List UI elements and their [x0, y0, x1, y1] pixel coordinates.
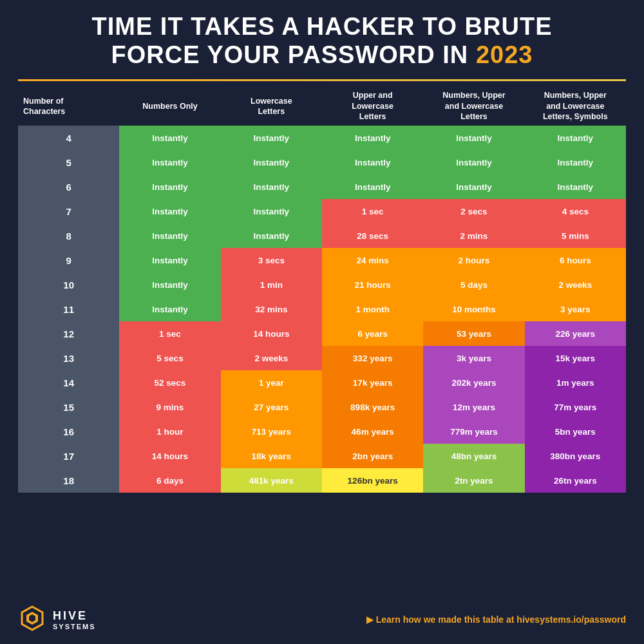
cell-value: 202k years — [423, 370, 524, 395]
cell-value: 1 hour — [119, 419, 220, 444]
col-header-chars: Number ofCharacters — [18, 86, 119, 126]
table-row: 135 secs2 weeks332 years3k years15k year… — [18, 346, 626, 370]
title-line2: FORCE YOUR PASSWORD IN — [111, 41, 469, 68]
col-header-symbols: Numbers, Upperand LowercaseLetters, Symb… — [525, 86, 626, 126]
cell-value: Instantly — [119, 248, 220, 272]
table-row: 9Instantly3 secs24 mins2 hours6 hours — [18, 248, 626, 272]
table-wrapper: Number ofCharacters Numbers Only Lowerca… — [18, 86, 626, 594]
cell-chars: 14 — [18, 370, 119, 395]
cell-value: Instantly — [322, 126, 423, 150]
cell-value: 6 days — [119, 468, 220, 493]
cell-value: 1 min — [221, 272, 322, 297]
col-header-upper-lower: Upper andLowercaseLetters — [322, 86, 423, 126]
brand-name: HIVE — [53, 609, 96, 623]
table-row: 11Instantly32 mins1 month10 months3 year… — [18, 297, 626, 321]
hive-logo-icon — [18, 605, 46, 634]
cell-value: Instantly — [119, 272, 220, 297]
cell-value: Instantly — [322, 150, 423, 175]
table-row: 6InstantlyInstantlyInstantlyInstantlyIns… — [18, 175, 626, 199]
footer-learn-link[interactable]: ▶ Learn how we made this table at hivesy… — [366, 614, 626, 625]
cell-chars: 6 — [18, 175, 119, 199]
cell-value: 5 mins — [525, 223, 626, 248]
cell-value: 15k years — [525, 346, 626, 370]
cell-chars: 5 — [18, 150, 119, 175]
cell-value: 713 years — [221, 419, 322, 444]
cell-value: Instantly — [119, 297, 220, 321]
main-container: TIME IT TAKES A HACKER TO BRUTE FORCE YO… — [0, 0, 644, 644]
footer-logo: HIVE SYSTEMS — [18, 605, 96, 634]
cell-chars: 4 — [18, 126, 119, 150]
cell-value: 5 days — [423, 272, 524, 297]
title-section: TIME IT TAKES A HACKER TO BRUTE FORCE YO… — [18, 13, 626, 69]
cell-value: Instantly — [423, 175, 524, 199]
title-line1: TIME IT TAKES A HACKER TO BRUTE — [92, 13, 553, 40]
cell-value: Instantly — [221, 126, 322, 150]
cell-value: 77m years — [525, 395, 626, 419]
cell-value: 2 weeks — [221, 346, 322, 370]
cell-chars: 7 — [18, 199, 119, 223]
cell-value: Instantly — [525, 150, 626, 175]
cell-value: 52 secs — [119, 370, 220, 395]
footer-learn-text: ▶ Learn how we made this table at — [366, 614, 517, 625]
table-row: 7InstantlyInstantly1 sec2 secs4 secs — [18, 199, 626, 223]
cell-value: 1 sec — [322, 199, 423, 223]
table-row: 186 days481k years126bn years2tn years26… — [18, 468, 626, 493]
cell-value: Instantly — [221, 150, 322, 175]
table-row: 161 hour713 years46m years779m years5bn … — [18, 419, 626, 444]
brand-sub: SYSTEMS — [53, 623, 96, 630]
footer: HIVE SYSTEMS ▶ Learn how we made this ta… — [18, 600, 626, 634]
cell-value: 26tn years — [525, 468, 626, 493]
footer-url: hivesystems.io/password — [516, 614, 626, 625]
cell-value: 3 secs — [221, 248, 322, 272]
cell-chars: 9 — [18, 248, 119, 272]
cell-value: 226 years — [525, 321, 626, 346]
cell-value: 2bn years — [322, 444, 423, 468]
cell-value: 46m years — [322, 419, 423, 444]
cell-value: 2 secs — [423, 199, 524, 223]
table-row: 159 mins27 years898k years12m years77m y… — [18, 395, 626, 419]
cell-value: 9 mins — [119, 395, 220, 419]
cell-value: Instantly — [525, 126, 626, 150]
cell-value: Instantly — [119, 199, 220, 223]
cell-value: 17k years — [322, 370, 423, 395]
cell-value: 332 years — [322, 346, 423, 370]
cell-value: 380bn years — [525, 444, 626, 468]
cell-value: 898k years — [322, 395, 423, 419]
cell-value: Instantly — [525, 175, 626, 199]
brand-text: HIVE SYSTEMS — [53, 609, 96, 630]
cell-value: Instantly — [423, 126, 524, 150]
cell-value: 5 secs — [119, 346, 220, 370]
cell-value: 2 weeks — [525, 272, 626, 297]
cell-chars: 17 — [18, 444, 119, 468]
cell-value: Instantly — [119, 175, 220, 199]
cell-value: 6 hours — [525, 248, 626, 272]
cell-value: Instantly — [423, 150, 524, 175]
cell-chars: 18 — [18, 468, 119, 493]
cell-value: 18k years — [221, 444, 322, 468]
cell-value: Instantly — [221, 223, 322, 248]
cell-value: 12m years — [423, 395, 524, 419]
cell-value: Instantly — [119, 223, 220, 248]
table-row: 10Instantly1 min21 hours5 days2 weeks — [18, 272, 626, 297]
cell-value: 4 secs — [525, 199, 626, 223]
table-row: 1452 secs1 year17k years202k years1m yea… — [18, 370, 626, 395]
table-row: 8InstantlyInstantly28 secs2 mins5 mins — [18, 223, 626, 248]
cell-value: 48bn years — [423, 444, 524, 468]
table-row: 4InstantlyInstantlyInstantlyInstantlyIns… — [18, 126, 626, 150]
password-table: Number ofCharacters Numbers Only Lowerca… — [18, 86, 626, 493]
cell-chars: 16 — [18, 419, 119, 444]
table-row: 5InstantlyInstantlyInstantlyInstantlyIns… — [18, 150, 626, 175]
cell-chars: 12 — [18, 321, 119, 346]
col-header-numbers: Numbers Only — [119, 86, 220, 126]
cell-value: 2 hours — [423, 248, 524, 272]
cell-value: 481k years — [221, 468, 322, 493]
cell-value: Instantly — [221, 175, 322, 199]
table-header-row: Number ofCharacters Numbers Only Lowerca… — [18, 86, 626, 126]
gold-divider — [18, 79, 626, 81]
cell-value: 21 hours — [322, 272, 423, 297]
cell-value: 5bn years — [525, 419, 626, 444]
main-title: TIME IT TAKES A HACKER TO BRUTE FORCE YO… — [18, 13, 626, 69]
cell-value: 32 mins — [221, 297, 322, 321]
cell-value: 53 years — [423, 321, 524, 346]
cell-value: Instantly — [221, 199, 322, 223]
